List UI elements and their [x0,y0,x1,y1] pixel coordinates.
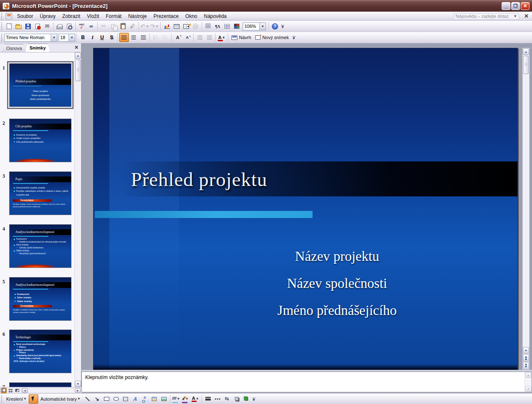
picture-icon[interactable] [159,394,169,404]
document-menu-icon[interactable] [6,13,12,19]
scroll-down-icon[interactable]: ▼ [525,386,531,392]
slide-thumbnail-3[interactable]: Popis Srozumitelně popište projekt Použi… [9,171,71,215]
print-preview-icon[interactable] [64,22,74,31]
font-color-icon[interactable]: A▼ [191,394,200,404]
toolbar-options-icon[interactable]: —▼ [251,394,257,404]
slide-thumbnail-1[interactable]: Přehled projektu Název projektu Název sp… [9,63,71,107]
slide-subtitle-text[interactable]: Název projektu Název společnosti Jméno p… [212,243,462,324]
notes-placeholder[interactable]: Klepnutím vložíte poznámky. [85,374,149,380]
spelling-icon[interactable]: ABC [77,22,86,31]
close-button[interactable]: ✕ [521,2,530,10]
slide-sorter-view-button[interactable] [7,388,13,393]
notes-pane[interactable]: Klepnutím vložíte poznámky. ▲ ▼ [81,372,532,392]
open-icon[interactable] [14,22,23,31]
toolbar-grip[interactable] [1,395,3,403]
chevron-down-icon[interactable]: ▼ [51,34,57,41]
italic-icon[interactable]: I [88,33,97,42]
toolbar-grip[interactable] [1,12,3,20]
scroll-down-icon[interactable]: ▼ [75,381,81,387]
save-icon[interactable] [23,22,33,31]
shadow-icon[interactable]: S [107,33,116,42]
zoom-combobox[interactable]: 106% ▼ [243,22,266,30]
toolbar-options-icon[interactable]: —▼ [280,21,286,31]
line-icon[interactable] [83,394,92,404]
slideshow-button[interactable] [14,388,20,393]
increase-font-icon[interactable]: A [173,33,182,42]
previous-slide-icon[interactable]: ▲▲ [523,354,529,362]
numbering-icon[interactable]: 1 — 2 — [151,33,160,42]
chevron-down-icon[interactable]: ▼ [69,34,75,41]
slide-thumbnail-4[interactable]: Analýza konkurenceschopnosti Konkurenti … [9,224,71,268]
horizontal-scrollbar[interactable]: ◄ ► [22,388,81,393]
menu-prezentace[interactable]: Prezentace [150,12,182,20]
current-slide[interactable]: Přehled projektu Název projektu Název sp… [93,48,518,370]
print-icon[interactable] [55,22,64,31]
menu-vlozit[interactable]: Vložit [84,12,102,20]
color-grayscale-icon[interactable] [232,22,241,31]
show-grid-icon[interactable] [222,22,232,31]
tab-snimky[interactable]: Snímky [25,44,50,52]
scroll-down-icon[interactable]: ▼ [523,347,529,354]
insert-table-icon[interactable] [172,22,181,31]
align-center-icon[interactable] [129,33,138,42]
permission-icon[interactable] [33,22,42,31]
text-box-icon[interactable] [121,394,131,404]
shadow-style-icon[interactable] [232,394,241,404]
menu-nastroje[interactable]: Nástroje [125,12,150,20]
slide-thumbnail-5[interactable]: Analýza konkurenceschopnosti Konkurenti … [9,277,71,321]
help-question-box[interactable]: Nápověda – zadejte dotaz ▼ [453,13,519,20]
tab-osnova[interactable]: Osnova [2,44,27,52]
cut-icon[interactable]: ✂ [99,22,108,31]
editor-scrollbar[interactable]: ▲ ▼ ▲▲ ▼▼ [522,48,530,370]
diagram-icon[interactable] [140,394,150,404]
notes-scrollbar[interactable]: ▲ ▼ [525,372,532,392]
insert-hyperlink-icon[interactable] [191,22,200,31]
panel-scrollbar[interactable]: ▲ ▼ [74,52,81,387]
paste-icon[interactable] [118,22,128,31]
fill-color-icon[interactable]: ▼ [172,394,181,404]
menu-okno[interactable]: Okno [182,12,201,20]
tables-and-borders-icon[interactable] [181,22,191,31]
copy-icon[interactable] [108,22,118,31]
menu-napoveda[interactable]: Nápověda [201,12,230,20]
redo-icon[interactable]: ↷▼ [150,22,159,31]
format-painter-icon[interactable] [128,22,137,31]
document-close-icon[interactable]: ✕ [524,13,529,19]
chevron-down-icon[interactable]: ▼ [259,23,266,30]
increase-indent-icon[interactable] [204,33,214,42]
bullets-icon[interactable]: • — • — [160,33,170,42]
slide-title-text[interactable]: Přehled projektu [131,168,267,191]
decrease-indent-icon[interactable] [195,33,204,42]
normal-view-button[interactable] [1,388,7,393]
font-size-combobox[interactable]: 18 ▼ [59,34,75,42]
underline-icon[interactable]: U [97,33,107,42]
scroll-up-icon[interactable]: ▲ [525,372,531,378]
next-slide-icon[interactable]: ▼▼ [523,362,529,369]
rectangle-icon[interactable] [102,394,111,404]
wordart-icon[interactable]: A [131,394,140,404]
menu-soubor[interactable]: Soubor [14,12,37,20]
toolbar-options-icon[interactable]: —▼ [291,32,297,42]
font-name-combobox[interactable]: Times New Roman ▼ [4,34,57,42]
arrow-icon[interactable]: ↘ [92,394,102,404]
restore-button[interactable]: ❐ [511,2,520,10]
slide-thumbnail-7[interactable]: Tým / zdroje [9,382,71,387]
line-color-icon[interactable]: ▼ [181,394,191,404]
3d-style-icon[interactable] [241,394,251,404]
slide-thumbnail-6[interactable]: Technologie Nově používaná technologie P… [9,330,71,373]
expand-all-icon[interactable] [203,22,213,31]
minimize-button[interactable]: _ [502,2,510,10]
scroll-left-icon[interactable]: ◄ [22,388,28,393]
show-formatting-icon[interactable]: ¶A [213,22,222,31]
align-left-icon[interactable] [119,33,129,42]
clip-art-icon[interactable] [150,394,159,404]
draw-menu-button[interactable]: Kreslení ▼ [4,394,29,404]
powerpoint-app-icon[interactable] [2,2,10,10]
font-color-icon[interactable]: A▼ [217,33,227,42]
scroll-up-icon[interactable]: ▲ [75,52,81,59]
line-style-icon[interactable] [203,394,213,404]
menu-format[interactable]: Formát [102,12,125,20]
scroll-up-icon[interactable]: ▲ [523,48,529,55]
slide-thumbnail-2[interactable]: Cíle projektu Konečný cíl projektu Vztah… [9,119,71,162]
select-pointer-icon[interactable] [29,394,38,404]
